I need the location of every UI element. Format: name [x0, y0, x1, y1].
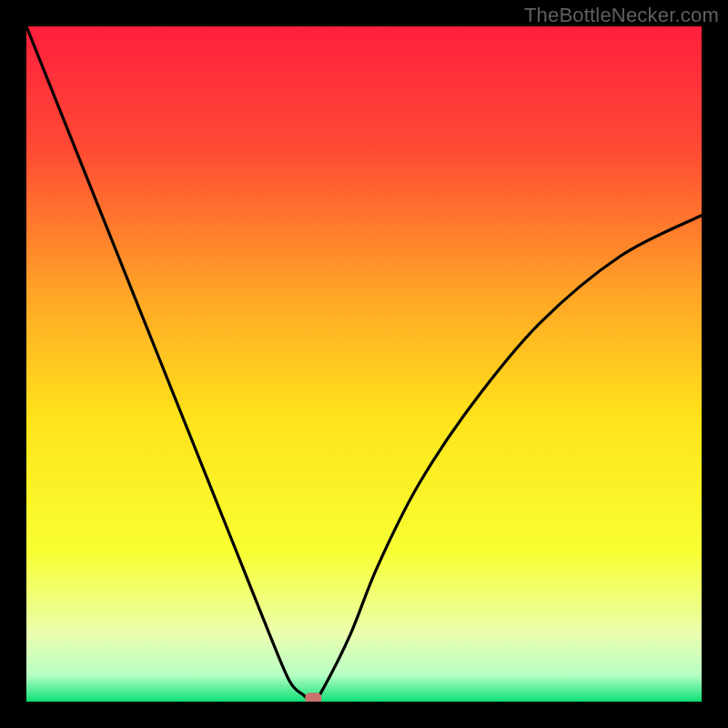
chart-svg [26, 26, 702, 702]
watermark-text: TheBottleNecker.com [524, 4, 719, 27]
chart-frame: TheBottleNecker.com [0, 0, 728, 728]
result-marker [305, 693, 321, 702]
plot-area [26, 26, 702, 702]
